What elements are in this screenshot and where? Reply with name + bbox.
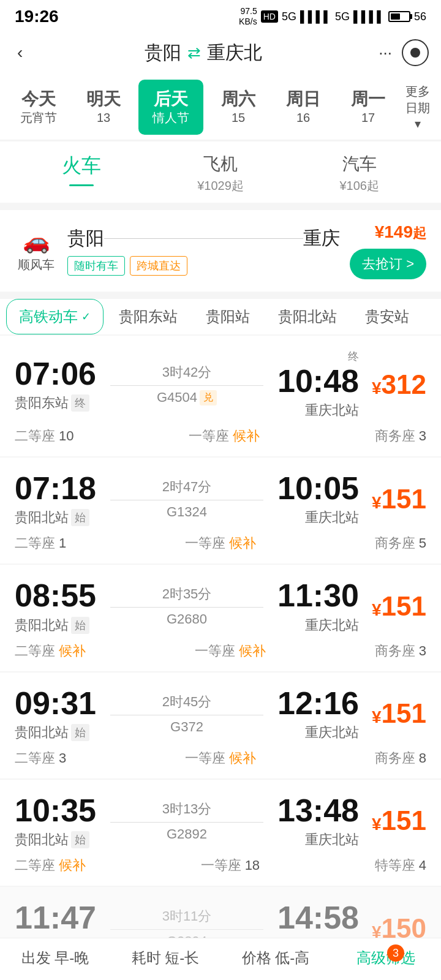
- seat-info: 一等座 候补: [185, 534, 256, 552]
- signal-icon-1: ▌▌▌▌: [300, 10, 331, 23]
- train-depart: 07:18 贵阳北站 始: [15, 471, 100, 527]
- seat-count: 候补: [59, 642, 86, 660]
- seat-type: 商务座: [375, 642, 415, 660]
- train-price: ¥151: [359, 591, 426, 622]
- train-item[interactable]: 07:06 贵阳东站 终 3时42分 G4504 兑 终 10:48 重庆北站: [0, 336, 441, 456]
- hd-badge: HD: [261, 10, 278, 23]
- train-list: 07:06 贵阳东站 终 3时42分 G4504 兑 终 10:48 重庆北站: [0, 336, 441, 967]
- origin-badge: 始: [71, 617, 89, 634]
- yuan-sign: ¥: [372, 600, 382, 619]
- train-depart: 07:06 贵阳东站 终: [15, 356, 100, 412]
- from-city: 贵阳: [145, 40, 181, 66]
- tab-flight[interactable]: 飞机 ¥1029起: [151, 141, 290, 203]
- seat-type: 商务座: [375, 534, 415, 552]
- train-item[interactable]: 07:18 贵阳北站 始 2时47分 G1324 10:05 重庆北站: [0, 458, 441, 564]
- duration-line: [110, 607, 263, 608]
- sort-depart[interactable]: 出发 早-晚: [0, 938, 110, 980]
- train-main-row: 07:06 贵阳东站 终 3时42分 G4504 兑 终 10:48 重庆北站: [15, 349, 426, 420]
- date-item-today[interactable]: 今天 元宵节: [6, 75, 71, 140]
- seat-info: 商务座 5: [375, 534, 426, 552]
- train-price: ¥151: [359, 698, 426, 729]
- header-actions: ···: [379, 39, 429, 66]
- sort-duration[interactable]: 耗时 短-长: [110, 938, 221, 980]
- train-main-row: 09:31 贵阳北站 始 2时45分 G372 12:16 重庆北站: [15, 686, 426, 742]
- yuan-sign: ¥: [372, 707, 382, 726]
- filter-guiyang[interactable]: 贵阳站: [193, 299, 263, 334]
- status-bar: 19:26 97.5KB/s HD 5G ▌▌▌▌ 5G ▌▌▌▌ 56: [0, 0, 441, 31]
- rideshare-from: 贵阳: [67, 226, 104, 251]
- rideshare-banner[interactable]: 🚗 顺风车 贵阳 重庆 随时有车 跨城直达 ¥149起 去抢订 >: [0, 210, 441, 292]
- train-item[interactable]: 08:55 贵阳北站 始 2时35分 G2680 11:30 重庆北站: [0, 565, 441, 671]
- train-number: G1324: [167, 504, 207, 520]
- tab-bus[interactable]: 汽车 ¥106起: [290, 141, 429, 203]
- grab-order-button[interactable]: 去抢订 >: [350, 249, 426, 279]
- date-label-13: 13: [97, 110, 110, 126]
- route-line: [104, 238, 303, 239]
- train-number: G2892: [167, 826, 207, 842]
- seat-count: 3: [419, 428, 426, 444]
- date-day-16: 周日: [286, 89, 320, 110]
- seat-count: 4: [419, 858, 426, 873]
- depart-station: 贵阳北站 始: [15, 616, 100, 635]
- seat-count: 候补: [59, 856, 86, 875]
- date-item-16[interactable]: 周日 16: [271, 75, 336, 140]
- tab-flight-label: 飞机: [203, 153, 238, 176]
- rideshare-info: 贵阳 重庆 随时有车 跨城直达: [67, 226, 340, 276]
- seat-info: 特等座 4: [375, 856, 426, 875]
- arrive-station: 重庆北站: [273, 723, 359, 742]
- filter-gaotie[interactable]: 高铁动车 ✓: [6, 299, 104, 334]
- record-dot: [410, 48, 420, 58]
- seat-type: 一等座: [195, 642, 235, 660]
- filter-gaotie-label: 高铁动车: [19, 307, 78, 326]
- more-dates-sub: 日期: [405, 100, 430, 116]
- date-item-14[interactable]: 后天 情人节: [138, 80, 203, 135]
- train-number: G2680: [167, 611, 207, 627]
- car-icon: 🚗: [23, 228, 50, 254]
- date-item-15[interactable]: 周六 15: [206, 75, 271, 140]
- seat-info: 商务座 3: [375, 427, 426, 445]
- filter-guiyang-north[interactable]: 贵阳北站: [265, 299, 350, 334]
- bottom-bar: 出发 早-晚 耗时 短-长 价格 低-高 3 高级筛选: [0, 938, 441, 980]
- filter-guiyang-east[interactable]: 贵阳东站: [106, 299, 190, 334]
- seat-count: 候补: [229, 534, 256, 552]
- train-price: ¥151: [359, 805, 426, 836]
- arrive-tag: 终: [348, 350, 359, 363]
- more-dates-button[interactable]: 更多 日期 ▾: [401, 75, 435, 140]
- train-main-row: 08:55 贵阳北站 始 2时35分 G2680 11:30 重庆北站: [15, 578, 426, 634]
- date-label-17: 17: [361, 110, 375, 126]
- record-button[interactable]: [402, 39, 429, 66]
- seat-type: 特等座: [375, 856, 415, 875]
- arrive-time: 12:16: [273, 686, 359, 721]
- train-price: ¥151: [359, 484, 426, 514]
- train-item[interactable]: 09:31 贵阳北站 始 2时45分 G372 12:16 重庆北站: [0, 673, 441, 778]
- train-middle: 3时42分 G4504 兑: [100, 363, 273, 405]
- battery-icon: [388, 11, 410, 22]
- tab-train[interactable]: 火车: [12, 141, 151, 203]
- network-speed: 97.5KB/s: [239, 6, 257, 27]
- train-item[interactable]: 10:35 贵阳北站 始 3时13分 G2892 13:48 重庆北站: [0, 780, 441, 886]
- network-5g-2: 5G: [335, 10, 350, 23]
- tab-flight-price: ¥1029起: [197, 178, 244, 194]
- yuan-sign: ¥: [372, 379, 382, 398]
- check-icon: ✓: [81, 310, 91, 323]
- swap-icon[interactable]: ⇄: [187, 43, 201, 62]
- train-depart: 08:55 贵阳北站 始: [15, 578, 100, 634]
- back-button[interactable]: ‹: [12, 40, 28, 65]
- date-item-13[interactable]: 明天 13: [71, 75, 136, 140]
- advanced-filter[interactable]: 3 高级筛选: [331, 938, 441, 980]
- more-dates-label: 更多: [405, 83, 430, 100]
- yuan-sign: ¥: [372, 815, 382, 834]
- date-item-17[interactable]: 周一 17: [336, 75, 401, 140]
- date-selector: 今天 元宵节 明天 13 后天 情人节 周六 15 周日 16 周一 17 更多…: [0, 75, 441, 140]
- status-icons: 97.5KB/s HD 5G ▌▌▌▌ 5G ▌▌▌▌ 56: [239, 6, 426, 27]
- chevron-down-icon: ▾: [415, 116, 421, 131]
- filter-guian[interactable]: 贵安站: [352, 299, 422, 334]
- arrive-time: 14:58: [273, 900, 359, 935]
- seat-type: 商务座: [375, 427, 415, 445]
- sold-badge: 兑: [200, 390, 217, 405]
- arrive-station: 重庆北站: [273, 616, 359, 635]
- more-button[interactable]: ···: [379, 43, 392, 62]
- sort-price[interactable]: 价格 低-高: [221, 938, 331, 980]
- battery-level: 56: [414, 10, 426, 23]
- date-label-today: 元宵节: [20, 110, 57, 126]
